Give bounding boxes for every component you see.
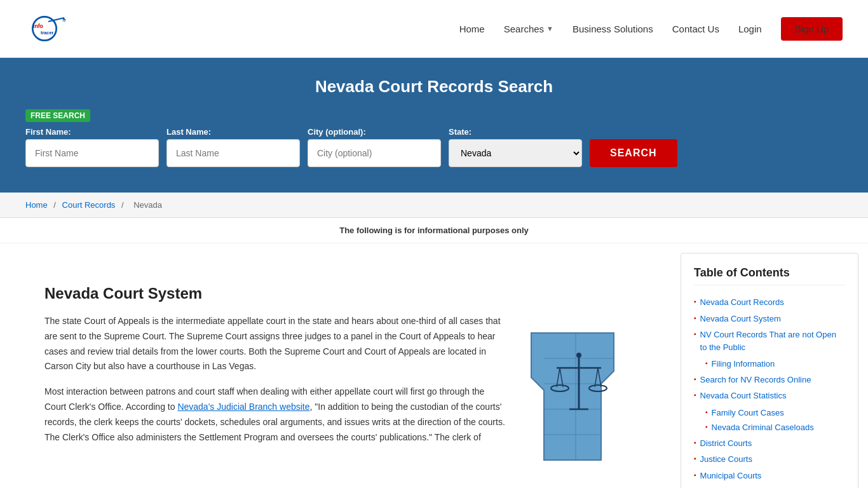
sidebar: Table of Contents Nevada Court Records N… <box>681 253 858 488</box>
toc-link-family-court-cases[interactable]: Family Court Cases <box>712 407 784 419</box>
breadcrumb: Home / Court Records / Nevada <box>0 193 868 218</box>
toc-link-search-nv-online[interactable]: Search for NV Records Online <box>700 374 811 386</box>
list-item: Municipal Courts <box>694 468 845 484</box>
toc-link-filing-information[interactable]: Filing Information <box>712 358 775 370</box>
list-item: District Courts <box>694 435 845 452</box>
breadcrumb-sep2: / <box>121 200 126 210</box>
svg-marker-6 <box>531 333 614 460</box>
toc-link-justice-courts[interactable]: Justice Courts <box>700 453 752 466</box>
state-label: State: <box>449 127 582 137</box>
nav-contact-us[interactable]: Contact Us <box>672 24 719 34</box>
state-select[interactable]: Nevada Alabama Alaska <box>449 139 582 167</box>
nevada-map-illustration <box>519 320 639 473</box>
city-group: City (optional): <box>308 127 441 167</box>
last-name-label: Last Name: <box>166 127 300 137</box>
article-para1: The state Court of Appeals is the interm… <box>44 314 506 374</box>
list-item: Family Court Cases <box>705 405 845 421</box>
first-name-input[interactable] <box>25 139 159 167</box>
article-body: The state Court of Appeals is the interm… <box>44 314 646 473</box>
logo-svg: info tracer ™ <box>25 6 76 51</box>
article-title: Nevada Court System <box>44 285 646 302</box>
list-item: Filing Information <box>705 356 845 372</box>
content-wrapper: Nevada Court System The state Court of A… <box>0 243 868 488</box>
search-form: First Name: Last Name: City (optional): … <box>25 127 843 167</box>
hero-section: Nevada Court Records Search FREE SEARCH … <box>0 58 868 193</box>
last-name-input[interactable] <box>166 139 300 167</box>
nav-searches[interactable]: Searches ▼ <box>504 24 553 34</box>
toc-sublist-stats: Family Court Cases Nevada Criminal Casel… <box>694 405 845 435</box>
breadcrumb-nevada: Nevada <box>133 200 162 210</box>
toc-link-nevada-criminal-caseloads[interactable]: Nevada Criminal Caseloads <box>712 421 814 434</box>
list-item: Search for NV Records Online <box>694 372 845 388</box>
toc-list: Nevada Court Records Nevada Court System… <box>694 294 845 488</box>
article-text: The state Court of Appeals is the interm… <box>44 314 506 473</box>
nav-login[interactable]: Login <box>738 24 762 34</box>
svg-text:™: ™ <box>62 20 65 24</box>
list-item: Nevada Court System <box>694 311 845 327</box>
page-title: Nevada Court Records Search <box>25 77 843 97</box>
toc-link-nevada-supreme-court[interactable]: Nevada Supreme Court <box>700 485 787 488</box>
toc-sublist: Filing Information <box>694 356 845 372</box>
list-item: Nevada Supreme Court <box>694 484 845 488</box>
nevada-judicial-link[interactable]: Nevada's Judicial Branch website <box>177 402 309 412</box>
nav-home[interactable]: Home <box>459 24 485 34</box>
svg-point-21 <box>576 353 581 358</box>
toc-link-nevada-court-system[interactable]: Nevada Court System <box>700 313 781 325</box>
breadcrumb-home[interactable]: Home <box>25 200 48 210</box>
svg-text:info: info <box>33 23 43 29</box>
toc-box: Table of Contents Nevada Court Records N… <box>681 253 858 488</box>
header: info tracer ™ Home Searches ▼ Business S… <box>0 0 868 58</box>
list-item: Nevada Court Statistics <box>694 388 845 404</box>
first-name-group: First Name: <box>25 127 159 167</box>
breadcrumb-court-records[interactable]: Court Records <box>62 200 116 210</box>
logo-area: info tracer ™ <box>25 6 76 51</box>
toc-link-nevada-court-statistics[interactable]: Nevada Court Statistics <box>700 390 787 402</box>
free-search-badge: FREE SEARCH <box>25 109 90 122</box>
article-para2: Most interaction between patrons and cou… <box>44 384 506 445</box>
list-item: Justice Courts <box>694 451 845 468</box>
searches-chevron-icon: ▼ <box>546 25 553 32</box>
toc-link-municipal-courts[interactable]: Municipal Courts <box>700 470 762 482</box>
last-name-group: Last Name: <box>166 127 300 167</box>
list-item: NV Court Records That are not Open to th… <box>694 327 845 355</box>
toc-link-nevada-court-records[interactable]: Nevada Court Records <box>700 296 784 309</box>
main-nav: Home Searches ▼ Business Solutions Conta… <box>459 17 843 41</box>
article-area: Nevada Court System The state Court of A… <box>19 262 671 488</box>
svg-text:tracer: tracer <box>41 30 54 36</box>
nav-signup[interactable]: Sign Up <box>781 17 843 41</box>
toc-link-nv-not-public[interactable]: NV Court Records That are not Open to th… <box>700 329 845 353</box>
toc-link-district-courts[interactable]: District Courts <box>700 437 752 450</box>
list-item: Nevada Criminal Caseloads <box>705 420 845 435</box>
article-image <box>519 314 646 473</box>
toc-title: Table of Contents <box>694 266 845 285</box>
breadcrumb-sep1: / <box>53 200 58 210</box>
city-label: City (optional): <box>308 127 441 137</box>
first-name-label: First Name: <box>25 127 159 137</box>
state-group: State: Nevada Alabama Alaska <box>449 127 582 167</box>
search-button[interactable]: SEARCH <box>590 139 677 167</box>
city-input[interactable] <box>308 139 441 167</box>
list-item: Nevada Court Records <box>694 294 845 311</box>
info-banner: The following is for informational purpo… <box>0 218 868 243</box>
nav-business-solutions[interactable]: Business Solutions <box>573 24 653 34</box>
